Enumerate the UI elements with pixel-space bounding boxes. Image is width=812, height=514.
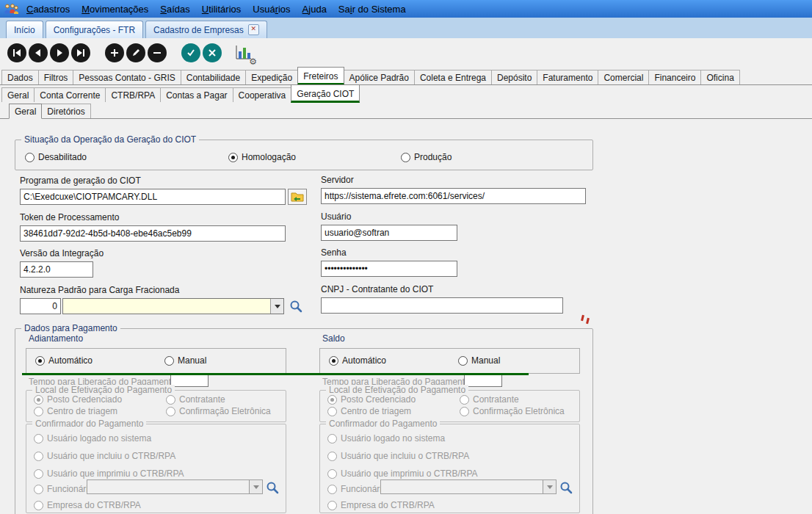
saldo-radio-usuario-imprimiu[interactable]: Usuário que imprimiu o CTRB/RPA [327,468,478,479]
radio-circle-icon [327,485,337,494]
confirm-button[interactable] [181,43,200,62]
first-record-button[interactable] [7,43,26,62]
tab-dados[interactable]: Dados [1,70,39,84]
menu-item-saidas[interactable]: Saídas [154,4,195,15]
radio-desabilitado[interactable]: Desabilitado [25,152,87,162]
token-input[interactable] [20,225,286,242]
adiantamento-radio-centro-de-triagem[interactable]: Centro de triagem [34,406,117,416]
freteiros-tab-strip: Geral Conta Corrente CTRB/RPA Contas a P… [0,85,812,103]
saldo-radio-empresa-ctrb[interactable]: Empresa do CTRB/RPA [327,500,435,510]
tab-faturamento[interactable]: Faturamento [537,70,598,84]
cancel-button[interactable] [203,43,222,62]
tab-diretorios[interactable]: Diretórios [41,104,90,118]
saldo-radio-automatico[interactable]: Automático [329,355,386,366]
tab-configuracoes-ftr[interactable]: Configurações - FTR [46,21,143,38]
programa-browse-button[interactable] [288,189,307,205]
senha-input[interactable] [321,261,457,277]
saldo-funcionario-search-icon[interactable] [559,481,573,494]
versao-input[interactable] [20,261,93,278]
saldo-radio-posto-credenciado[interactable]: Posto Credenciado [327,394,416,405]
red-mark [581,315,584,321]
insert-record-button[interactable] [105,43,124,62]
usuario-input[interactable] [321,225,457,241]
close-tab-icon[interactable]: ✕ [248,24,259,35]
adiantamento-funcionario-search-icon[interactable] [266,481,279,494]
edit-record-button[interactable] [126,43,145,62]
adiantamento-funcionario-combo[interactable] [87,479,263,494]
menu-item-sair-do-sistema[interactable]: Sair do Sistema [333,4,412,15]
next-record-button[interactable] [50,43,69,62]
radio-homologacao[interactable]: Homologação [228,152,296,162]
tab-ctrb-rpa[interactable]: CTRB/RPA [105,87,161,102]
tab-financeiro[interactable]: Financeiro [648,70,701,84]
radio-producao[interactable]: Produção [401,152,452,162]
tab-cadastro-de-empresas[interactable]: Cadastro de Empresas ✕ [145,21,267,38]
saldo-radio-usuario-incluiu[interactable]: Usuário que incluiu o CTRB/RPA [327,451,469,461]
tab-freteiros[interactable]: Freteiros [297,67,344,85]
natureza-combo[interactable] [62,298,284,314]
radio-circle-icon [329,356,338,366]
tab-coleta-e-entrega[interactable]: Coleta e Entrega [414,70,492,84]
adiantamento-radio-usuario-logado[interactable]: Usuário logado no sistema [34,433,151,444]
natureza-search-icon[interactable] [289,300,302,313]
adiantamento-radio-automatico[interactable]: Automático [35,355,93,366]
radio-circle-icon [327,469,337,479]
menu-item-cadastros[interactable]: Cadastros [21,4,76,15]
saldo-radio-manual[interactable]: Manual [458,355,500,366]
saldo-radio-usuario-logado[interactable]: Usuário logado no sistema [327,433,445,444]
saldo-tempo-input[interactable] [464,374,502,387]
tab-pessoas-contato-gris[interactable]: Pessoas Contato - GRIS [73,70,181,84]
tab-deposito[interactable]: Depósito [491,70,537,84]
saldo-radio-centro-de-triagem[interactable]: Centro de triagem [327,406,411,416]
main-tab-strip: Dados Filtros Pessoas Contato - GRIS Con… [0,67,812,85]
previous-record-button[interactable] [29,43,48,62]
saldo-group-confirmador: Confirmador do Pagamento Usuário logado … [319,424,580,513]
tab-filtros[interactable]: Filtros [38,70,74,84]
saldo-radio-contratante[interactable]: Contratante [460,394,519,405]
tab-geracao-ciot[interactable]: Geração CIOT [291,84,360,103]
delete-record-button[interactable] [148,43,167,62]
adiantamento-radio-confirmacao-eletronica[interactable]: Confirmação Eletrônica [166,406,271,416]
tab-ciot-geral[interactable]: Geral [9,104,42,119]
cnpj-input[interactable] [321,297,563,314]
group-situacao-ciot: Situação da Operação da Geração do CIOT … [15,140,593,170]
tab-comercial[interactable]: Comercial [598,70,649,84]
adiantamento-radio-empresa-ctrb[interactable]: Empresa do CTRB/RPA [34,500,141,510]
radio-circle-icon [34,501,43,510]
adiantamento-radio-posto-credenciado[interactable]: Posto Credenciado [34,394,122,405]
menu-item-utilitarios[interactable]: Utilitários [196,4,247,15]
servidor-input[interactable] [321,188,586,204]
radio-circle-icon [34,452,43,461]
tab-inicio[interactable]: Início [6,21,43,38]
last-record-button[interactable] [71,43,90,62]
tab-conta-corrente[interactable]: Conta Corrente [34,87,106,102]
adiantamento-radio-contratante[interactable]: Contratante [166,394,225,405]
chevron-down-icon[interactable] [270,299,283,314]
saldo-funcionario-combo[interactable] [380,479,557,494]
chevron-down-icon[interactable] [249,480,262,493]
chart-settings-button[interactable]: ⚙ [231,42,255,64]
tab-geral[interactable]: Geral [1,87,35,102]
tab-contabilidade[interactable]: Contabilidade [181,70,246,84]
saldo-radio-confirmacao-eletronica[interactable]: Confirmação Eletrônica [460,406,565,416]
tab-expedicao[interactable]: Expedição [245,70,298,84]
tab-apolice-padrao[interactable]: Apólice Padrão [344,70,415,84]
programa-label: Programa de geração do CIOT [20,175,141,186]
chevron-down-icon[interactable] [543,480,556,493]
menu-item-movimentacoes[interactable]: Movimentações [76,4,154,15]
tab-contas-a-pagar[interactable]: Contas a Pagar [160,87,233,102]
tab-cooperativa[interactable]: Cooperativa [233,87,292,102]
plus-icon [110,48,119,57]
radio-circle-icon [228,153,238,162]
tab-oficina[interactable]: Oficina [700,70,739,84]
menu-item-usuarios[interactable]: Usuários [247,4,296,15]
adiantamento-radio-usuario-incluiu[interactable]: Usuário que incluiu o CTRB/RPA [34,451,175,461]
programa-input[interactable] [20,189,286,205]
adiantamento-radio-usuario-imprimiu[interactable]: Usuário que imprimiu o CTRB/RPA [34,468,184,479]
menu-item-ajuda[interactable]: Ajuda [297,4,333,15]
adiantamento-radio-manual[interactable]: Manual [164,355,206,366]
natureza-code-input[interactable] [20,298,61,314]
adiantamento-tempo-input[interactable] [170,374,209,387]
radio-circle-icon [460,407,469,416]
radio-circle-icon [34,434,43,444]
